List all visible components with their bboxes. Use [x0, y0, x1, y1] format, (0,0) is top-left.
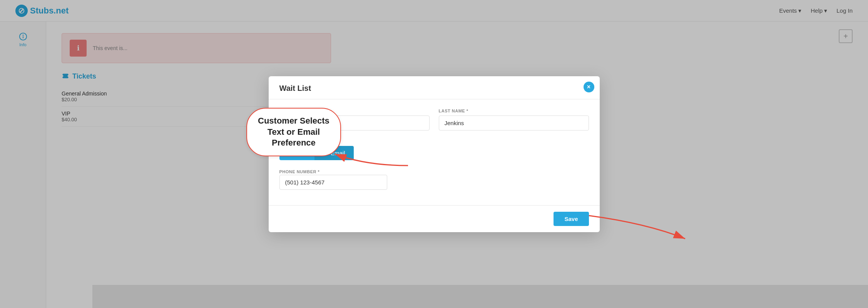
- last-name-input[interactable]: [439, 116, 589, 131]
- modal-overlay: Wait List × FIRST NAME * LAST NAME * CON…: [0, 0, 868, 308]
- last-name-label: LAST NAME *: [439, 109, 589, 113]
- contact-preference-group: CONTACT PREFERENCE Text Email: [279, 138, 589, 160]
- first-name-group: FIRST NAME *: [279, 109, 430, 131]
- modal-body: FIRST NAME * LAST NAME * CONTACT PREFERE…: [269, 99, 600, 205]
- email-btn-label: Email: [331, 150, 345, 156]
- phone-input[interactable]: [279, 175, 387, 190]
- preference-buttons: Text Email: [279, 146, 589, 160]
- name-row: FIRST NAME * LAST NAME *: [279, 109, 589, 131]
- last-name-group: LAST NAME *: [439, 109, 589, 131]
- text-btn-label: Text: [296, 150, 306, 156]
- phone-group: PHONE NUMBER *: [279, 168, 589, 190]
- modal-title: Wait List: [279, 84, 311, 92]
- modal-header: Wait List ×: [269, 76, 600, 99]
- modal-footer: Save: [269, 205, 600, 232]
- contact-pref-label: CONTACT PREFERENCE: [279, 138, 589, 143]
- first-name-label: FIRST NAME *: [279, 109, 430, 113]
- wait-list-modal: Wait List × FIRST NAME * LAST NAME * CON…: [269, 76, 600, 232]
- text-preference-button[interactable]: Text: [279, 146, 315, 160]
- save-button[interactable]: Save: [554, 212, 589, 226]
- email-preference-button[interactable]: Email: [314, 146, 354, 160]
- modal-close-button[interactable]: ×: [584, 82, 594, 92]
- phone-label: PHONE NUMBER *: [279, 169, 320, 174]
- phone-input-wrapper: [279, 175, 387, 190]
- first-name-input[interactable]: [279, 116, 430, 131]
